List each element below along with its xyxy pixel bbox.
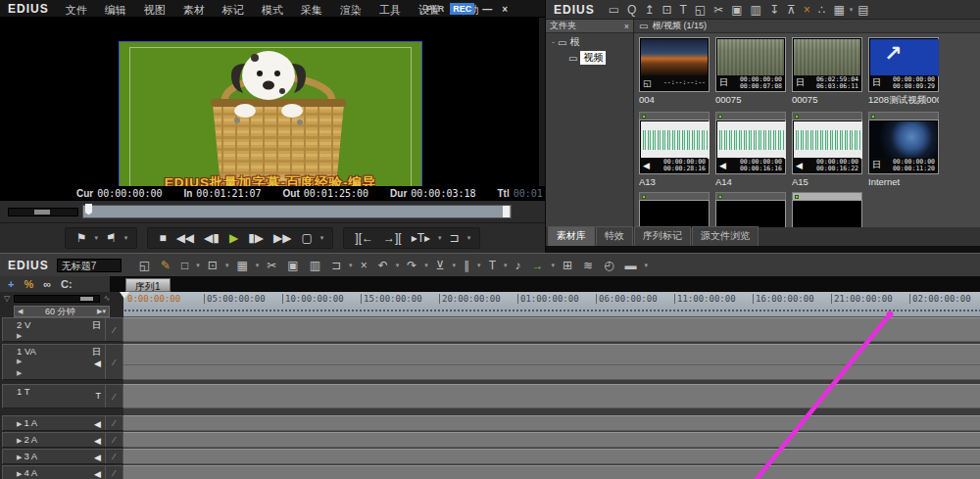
clip-item[interactable]: ◀00:00:00:0000:00:28:16A13: [639, 112, 710, 187]
expand-icon[interactable]: ▶: [17, 332, 22, 340]
prev-frame-button[interactable]: ◀▮: [201, 230, 222, 246]
clip-thumbnail[interactable]: ◀00:00:00:0000:00:16:22: [792, 120, 862, 174]
tab-特效[interactable]: 特效: [596, 226, 633, 246]
cut-icon[interactable]: ✂: [263, 259, 280, 272]
save-project-icon[interactable]: ▦: [232, 259, 251, 272]
sync-chase-icon[interactable]: C:: [61, 278, 73, 290]
clip-thumbnail[interactable]: ◀00:00:00:0000:00:28:16: [639, 120, 710, 174]
track-header-2A[interactable]: ▶2 A◀⁄: [2, 432, 123, 448]
folder-child-label[interactable]: 视频: [580, 51, 606, 65]
register-icon[interactable]: ⊼: [783, 3, 800, 17]
expand-icon[interactable]: ▶: [17, 454, 22, 460]
zoom-slider-handle[interactable]: [80, 297, 93, 301]
menu-item-2[interactable]: 视图: [135, 4, 174, 16]
rec-button[interactable]: REC: [450, 3, 474, 15]
cut-icon[interactable]: ✂: [710, 3, 727, 17]
timeline-ruler[interactable]: 0:00:00:0005:00:00:0010:00:00:0015:00:00…: [123, 292, 980, 317]
plr-button[interactable]: PLR: [426, 4, 444, 14]
video-frame[interactable]: EDIUS批量加字幕-百度经验-编导: [119, 41, 422, 203]
next-frame-button[interactable]: ▮▶: [245, 230, 267, 246]
ripple-mode-icon[interactable]: %: [24, 278, 33, 290]
clip-item[interactable]: ◱--:--:--:--004: [639, 37, 710, 107]
delete-icon[interactable]: ×: [800, 3, 814, 17]
tab-素材库[interactable]: 素材库: [548, 226, 595, 246]
copy-icon[interactable]: ▣: [727, 3, 746, 17]
stop-button[interactable]: ■: [156, 230, 169, 246]
clip-thumbnail[interactable]: ◱--:--:--:--: [639, 37, 710, 92]
track-header-1A[interactable]: ▶1 A◀⁄: [2, 415, 123, 431]
track-sync-icon[interactable]: ⁄: [105, 466, 122, 479]
capture-icon[interactable]: ◱: [691, 3, 710, 17]
set-out-marker-button[interactable]: ⚑: [103, 230, 120, 246]
insert-mode-icon[interactable]: +: [8, 278, 14, 290]
track-lane-1A[interactable]: [123, 415, 980, 431]
create-title-dropdown-icon[interactable]: ▾: [503, 262, 509, 269]
close-button[interactable]: ×: [500, 4, 510, 15]
clip-thumbnail[interactable]: [792, 200, 862, 227]
menu-item-4[interactable]: 标记: [214, 4, 253, 16]
paste-icon[interactable]: ▥: [747, 3, 765, 17]
clip-item[interactable]: 日00:00:00:0000:00:09:291208测试视频000: [868, 37, 939, 107]
menu-item-3[interactable]: 素材: [174, 4, 214, 16]
capture-icon[interactable]: ◱: [135, 259, 154, 272]
export-icon[interactable]: →: [527, 259, 547, 272]
position-bar[interactable]: [82, 205, 512, 218]
menu-item-7[interactable]: 渲染: [331, 4, 370, 16]
speaker-icon[interactable]: ◀: [94, 419, 101, 429]
fit-icon[interactable]: ▽: [0, 294, 14, 303]
fast-forward-button[interactable]: ▶▶: [270, 230, 294, 246]
marker-pen-icon[interactable]: ✎: [157, 259, 174, 272]
add-cut-point-icon[interactable]: ⊻: [432, 259, 449, 272]
menu-item-8[interactable]: 工具: [370, 4, 410, 16]
minimize-button[interactable]: —: [480, 4, 494, 15]
folder-root-item[interactable]: - ▭ 根: [546, 33, 633, 49]
copy-icon[interactable]: ▣: [283, 259, 302, 272]
sync-mode-icon[interactable]: ◴: [600, 259, 617, 272]
replace-icon[interactable]: ⊐: [327, 259, 345, 272]
clip-item[interactable]: ◀00:00:00:0000:00:16:22A15: [792, 112, 862, 187]
track-sync-icon[interactable]: ⁄: [105, 345, 122, 379]
clip-thumbnail[interactable]: [639, 200, 710, 227]
track-lane-1T[interactable]: [123, 384, 980, 408]
panel-layout-icon[interactable]: ▬: [621, 259, 641, 272]
menu-item-1[interactable]: 编辑: [96, 4, 135, 16]
open-project-dropdown-icon[interactable]: ▾: [224, 262, 230, 269]
menu-item-6[interactable]: 采集: [292, 4, 331, 16]
search-icon[interactable]: Q: [623, 3, 640, 17]
clip-thumbnail[interactable]: [715, 200, 786, 227]
up-folder-icon[interactable]: ↥: [640, 3, 658, 17]
track-lane-4A[interactable]: [123, 465, 980, 479]
shuttle-handle[interactable]: [34, 210, 50, 215]
track-sync-icon[interactable]: ⁄: [105, 416, 122, 430]
goto-in-button[interactable]: ][←: [352, 230, 376, 246]
folder-panel-close-icon[interactable]: ×: [624, 22, 629, 31]
export-dropdown-icon[interactable]: ▾: [550, 262, 556, 269]
loop-play-button[interactable]: ▢: [298, 230, 315, 246]
clip-thumbnail[interactable]: 日00:00:00:0000:00:11:20: [868, 120, 939, 174]
set-between-icon[interactable]: ∥: [460, 259, 473, 272]
save-project-dropdown-icon[interactable]: ▾: [255, 262, 261, 269]
clip-thumbnail[interactable]: 日00:00:00:0000:00:07:08: [715, 37, 786, 92]
clip-item[interactable]: 日00:00:00:0000:00:11:20Internet: [868, 112, 939, 187]
play-around-cursor-button[interactable]: ▸T▸: [409, 230, 433, 246]
add-title-icon[interactable]: T: [676, 3, 691, 17]
folder-root-label[interactable]: 根: [569, 35, 579, 49]
expand-icon[interactable]: ▶: [17, 420, 22, 427]
view-mode-icon[interactable]: ▦: [829, 3, 848, 17]
track-header-2V[interactable]: 2 V日▶⁄: [2, 317, 123, 342]
timeline-tracks-area[interactable]: [123, 317, 980, 479]
expand-icon[interactable]: ▶: [17, 358, 22, 365]
wave-icon[interactable]: ∿: [100, 294, 114, 303]
tab-源文件浏览[interactable]: 源文件浏览: [692, 226, 759, 246]
play-button[interactable]: ▶: [226, 230, 241, 246]
track-lane-2A[interactable]: [123, 432, 980, 448]
track-sync-icon[interactable]: ⁄: [105, 433, 122, 447]
replace-dropdown-icon[interactable]: ▾: [348, 262, 354, 269]
track-lane-3A[interactable]: [123, 449, 980, 464]
set-in-marker-dropdown-icon[interactable]: ▾: [94, 234, 100, 242]
position-playhead[interactable]: [85, 204, 92, 218]
collapse-icon[interactable]: -: [552, 37, 555, 47]
new-folder-icon[interactable]: ▭: [605, 3, 623, 17]
timescale-selector[interactable]: ◀ 60 分钟 ▶ ▾: [14, 306, 110, 317]
delete-icon[interactable]: ×: [357, 259, 371, 272]
